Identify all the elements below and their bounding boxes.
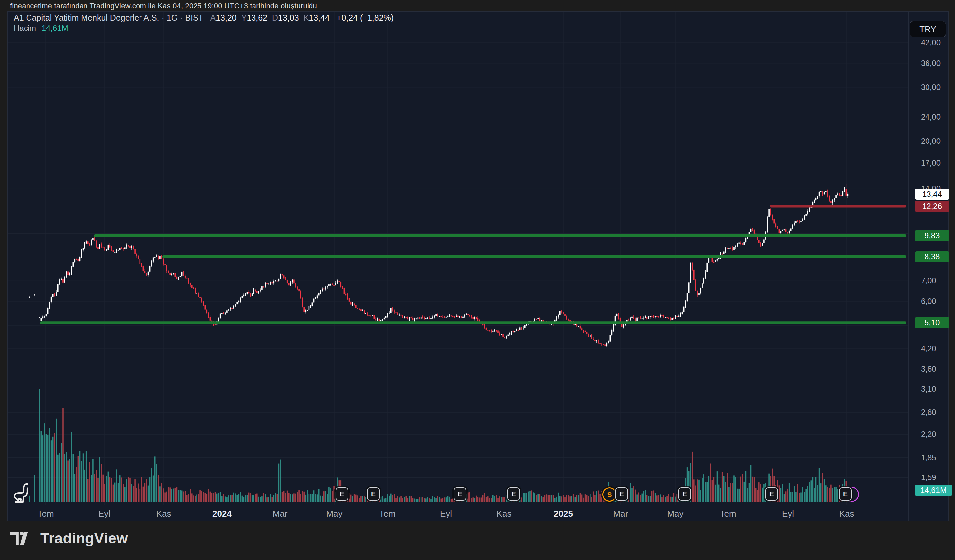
- price-axis-tick: 1,59: [921, 473, 936, 482]
- ohlc-values: A13,20Y13,62D13,03K13,44: [205, 13, 329, 22]
- ohlc-value: 13,03: [278, 13, 299, 22]
- earnings-badge[interactable]: E: [615, 487, 628, 501]
- time-axis-tick: Kas: [497, 508, 512, 519]
- price-axis-tick: 30,00: [921, 83, 941, 92]
- level-price-label: 9,83: [915, 230, 949, 241]
- price-axis-tick: 17,00: [921, 158, 941, 168]
- price-axis-tick: 7,00: [921, 276, 936, 285]
- time-axis-tick: Tem: [379, 508, 395, 519]
- symbol-name: A1 Capital Yatitim Menkul Degerler A.S.: [14, 13, 160, 22]
- split-badge[interactable]: S: [603, 487, 617, 502]
- price-axis-tick: 3,60: [921, 364, 936, 374]
- level-line-5,10: [40, 321, 906, 324]
- price-axis-tick: 4,20: [921, 344, 936, 353]
- ohlc-key: A: [210, 13, 216, 22]
- price-volume-plot[interactable]: [8, 12, 949, 521]
- price-axis-tick: 1,85: [921, 453, 936, 462]
- price-axis-tick: 36,00: [921, 59, 941, 68]
- time-axis-tick: May: [667, 508, 683, 519]
- price-axis-tick: 2,20: [921, 430, 936, 439]
- earnings-badge[interactable]: E: [839, 487, 852, 501]
- last-price-label: 13,44: [915, 189, 949, 200]
- level-line-9,83: [94, 234, 906, 237]
- price-axis-tick: 6,00: [921, 297, 936, 306]
- ohlc-value: 13,62: [247, 13, 268, 22]
- footer-logo[interactable]: TradingView: [10, 530, 128, 547]
- earnings-badge[interactable]: E: [766, 487, 778, 501]
- time-axis-tick: Kas: [839, 508, 854, 519]
- time-axis-tick: Eyl: [782, 508, 794, 519]
- earnings-badge[interactable]: E: [336, 487, 348, 501]
- price-axis-tick: 42,00: [921, 38, 941, 47]
- time-axis[interactable]: TemEylKas2024MarMayTemEylKas2025MarMayTe…: [8, 505, 949, 522]
- time-axis-tick: Tem: [38, 508, 54, 519]
- time-axis-tick: Kas: [157, 508, 171, 519]
- level-price-label: 5,10: [915, 317, 949, 328]
- currency-button[interactable]: TRY: [910, 21, 946, 38]
- level-line-8,38: [162, 255, 906, 258]
- earnings-badge[interactable]: E: [454, 487, 466, 501]
- dino-icon: [8, 482, 28, 504]
- ohlc-key: Y: [241, 13, 247, 22]
- ohlc-key: D: [272, 13, 278, 22]
- ohlc-key: K: [304, 13, 309, 22]
- time-axis-tick: May: [326, 508, 342, 519]
- chart-widget: TemEylKas2024MarMayTemEylKas2025MarMayTe…: [7, 11, 949, 521]
- earnings-badge[interactable]: E: [507, 487, 520, 501]
- time-axis-tick: Tem: [720, 508, 736, 519]
- price-axis-tick: 24,00: [921, 112, 941, 122]
- time-axis-tick: Eyl: [99, 508, 110, 519]
- change-value: +0,24 (+1,82%): [337, 13, 394, 22]
- time-axis-tick: Eyl: [440, 508, 452, 519]
- level-price-label: 12,26: [915, 201, 949, 212]
- symbol-header[interactable]: A1 Capital Yatitim Menkul Degerler A.S. …: [14, 13, 394, 22]
- ohlc-value: 13,44: [309, 13, 330, 22]
- time-axis-tick: 2024: [212, 508, 232, 519]
- tradingview-logo-icon: [10, 532, 34, 546]
- volume-axis-label: 14,61M: [915, 485, 952, 496]
- volume-value: 14,61M: [42, 23, 68, 33]
- price-axis-tick: 2,60: [921, 408, 936, 417]
- price-axis[interactable]: 42,0036,0030,0024,0020,0017,0014,0010,00…: [908, 12, 949, 521]
- time-axis-tick: Mar: [614, 508, 628, 519]
- volume-label: Hacim: [14, 23, 36, 33]
- time-axis-tick: Mar: [273, 508, 288, 519]
- tradingview-brand-text: TradingView: [41, 530, 128, 547]
- earnings-badge[interactable]: E: [678, 487, 691, 501]
- exchange-label: BIST: [185, 13, 203, 22]
- price-axis-tick: 20,00: [921, 136, 941, 146]
- ohlc-value: 13,20: [216, 13, 236, 22]
- attribution-text: fineancetime tarafından TradingView.com …: [10, 2, 317, 10]
- level-price-label: 8,38: [915, 251, 949, 263]
- level-line-12,26: [770, 205, 906, 208]
- time-axis-tick: 2025: [554, 508, 573, 519]
- volume-header[interactable]: Hacim 14,61M: [14, 23, 68, 33]
- price-axis-tick: 3,10: [921, 384, 936, 394]
- earnings-badge[interactable]: E: [367, 487, 380, 501]
- interval-label: 1G: [167, 13, 178, 22]
